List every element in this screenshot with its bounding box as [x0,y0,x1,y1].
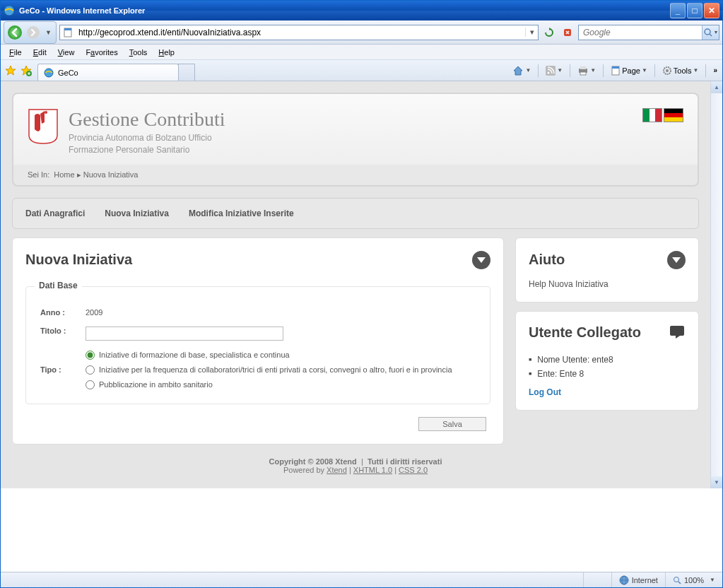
footer-link-css[interactable]: CSS 2.0 [399,466,428,474]
home-dropdown[interactable]: ▼ [510,65,534,76]
app-subtitle-2: Formazione Personale Sanitario [69,144,225,156]
svg-point-6 [705,29,710,35]
fieldset-dati-base: Dati Base Anno : 2009 Titolo : Tipo : [25,286,490,404]
stop-button[interactable] [560,25,575,40]
ie-icon [4,5,15,16]
anno-label: Anno : [40,308,86,317]
page-label: Page [622,66,640,75]
tab-dati-anagrafici[interactable]: Dati Anagrafici [25,208,85,218]
user-panel: Utente Collegato Nome Utente: ente8 Ente… [515,311,699,411]
search-input[interactable] [579,26,702,39]
breadcrumb-home[interactable]: Home [54,170,74,179]
scroll-up-arrow[interactable]: ▲ [711,81,722,93]
main-panel: Nuova Iniziativa Dati Base Anno : 2009 T… [12,237,504,445]
svg-point-19 [45,111,47,114]
search-button[interactable]: ▼ [702,25,719,40]
status-zoom-label: 100% [684,576,704,584]
breadcrumb: Sei In: Home ▸ Nuova Iniziativa [13,165,698,185]
scroll-down-arrow[interactable]: ▼ [711,476,722,488]
titolo-label: Titolo : [40,327,86,335]
svg-point-11 [548,71,550,74]
feeds-dropdown[interactable]: ▼ [543,66,565,76]
chat-icon [669,324,686,340]
svg-rect-4 [64,28,71,30]
window-titlebar: GeCo - Windows Internet Explorer _ □ ✕ [1,1,722,20]
home-icon [512,65,524,76]
page-footer: Copyright © 2008 Xtend | Tutti i diritti… [12,445,699,477]
help-collapse-button[interactable] [667,251,686,269]
logout-link[interactable]: Log Out [529,387,686,397]
svg-point-1 [8,25,22,40]
svg-point-2 [27,26,40,39]
titolo-input[interactable] [86,327,283,341]
app-subtitle-1: Provincia Autonoma di Bolzano Ufficio [69,132,225,144]
back-button[interactable] [6,23,24,42]
minimize-button[interactable]: _ [670,3,686,18]
vertical-scrollbar[interactable]: ▲ ▼ [710,81,722,488]
close-button[interactable]: ✕ [704,3,719,18]
page-icon [60,28,76,37]
fieldset-legend: Dati Base [35,281,82,290]
flag-italy[interactable] [642,108,662,122]
tipo-radio-1[interactable] [86,351,95,360]
help-text: Help Nuova Iniziativa [529,279,686,289]
refresh-button[interactable] [541,25,557,40]
nav-toolbar: ▼ ▾ ▼ [1,20,722,45]
user-ente-line: Ente: Ente 8 [529,369,686,379]
add-favorite-icon[interactable] [19,64,33,78]
footer-link-xtend[interactable]: Xtend [327,466,347,474]
menu-file[interactable]: FFileile [4,46,28,59]
menu-edit[interactable]: Edit [28,46,52,59]
address-input[interactable] [76,26,525,39]
status-zone-label: Internet [632,576,658,584]
footer-link-xhtml[interactable]: XHTML 1.0 [353,466,392,474]
panel-title: Nuova Iniziativa [25,252,132,268]
new-tab-button[interactable] [178,64,195,81]
footer-powered: Powered by [283,466,324,474]
tipo-radio-1-label: Iniziative di formazione di base, specia… [99,351,290,359]
user-panel-title: Utente Collegato [529,324,641,341]
menu-favorites[interactable]: Favorites [80,46,123,59]
tabs-nav: Dati Anagrafici Nuova Iniziativa Modific… [12,198,699,229]
svg-rect-13 [580,66,586,69]
favorites-star-icon[interactable] [4,64,18,78]
maximize-button[interactable]: □ [687,3,703,18]
help-panel: Aiuto Help Nuova Iniziativa [515,237,699,302]
tab-nuova-iniziativa[interactable]: Nuova Iniziativa [105,208,169,218]
gear-icon [662,66,672,76]
tab-modifica-iniziative[interactable]: Modifica Iniziative Inserite [189,208,294,218]
menu-tools[interactable]: Tools [124,46,153,59]
tools-menu[interactable]: Tools▼ [659,66,702,76]
tipo-radio-3[interactable] [86,380,95,389]
app-header: Gestione Contributi Provincia Autonoma d… [13,94,698,165]
more-button[interactable]: » [710,66,719,74]
svg-rect-20 [670,326,684,336]
window-title: GeCo - Windows Internet Explorer [19,6,670,15]
browser-tab[interactable]: GeCo [37,64,179,81]
svg-rect-16 [612,66,619,69]
tipo-label: Tipo : [40,365,86,374]
collapse-button[interactable] [472,251,490,269]
page-menu[interactable]: Page▼ [608,66,650,76]
print-icon [577,66,589,76]
menu-help[interactable]: Help [153,46,180,59]
scroll-track[interactable] [711,93,722,476]
tools-label: Tools [674,66,692,75]
save-button[interactable]: Salva [418,417,486,431]
menu-view[interactable]: View [52,46,81,59]
svg-line-7 [710,34,712,36]
nav-dropdown-icon[interactable]: ▼ [42,29,54,36]
globe-icon [619,575,629,585]
svg-point-24 [674,577,678,582]
logo-shield-icon [28,108,59,145]
status-zoom[interactable]: 100% ▼ [665,572,722,587]
address-dropdown-icon[interactable]: ▾ [525,28,538,37]
tipo-radio-3-label: Pubblicazione in ambito sanitario [99,380,213,389]
forward-button[interactable] [24,23,42,42]
address-bar: ▾ [59,25,539,40]
app-title: Gestione Contributi [69,108,225,131]
status-zone: Internet [611,572,665,587]
tipo-radio-2[interactable] [86,365,95,375]
flag-germany[interactable] [664,108,683,122]
print-dropdown[interactable]: ▼ [575,66,599,76]
